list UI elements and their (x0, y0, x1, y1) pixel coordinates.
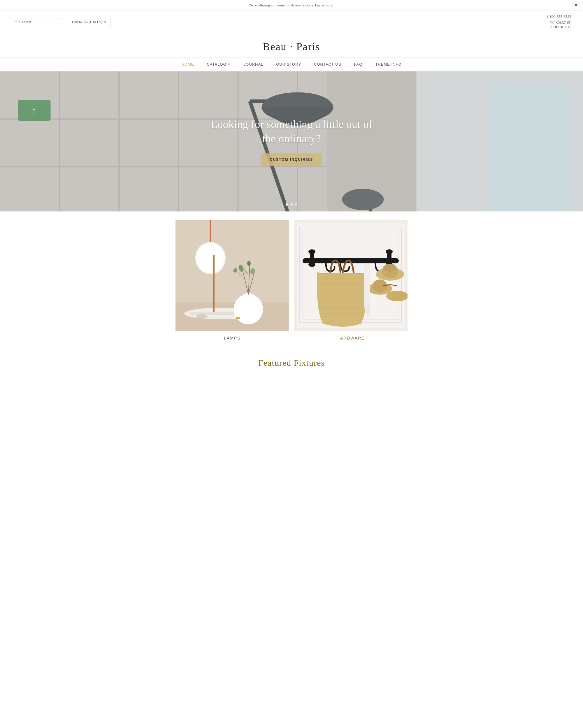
hero-headline: Looking for something a little out of th… (204, 117, 379, 146)
search-box[interactable]: ⚲ (12, 18, 64, 26)
svg-point-78 (384, 264, 396, 272)
nav-item-theme-info[interactable]: THEME INFO (369, 57, 408, 71)
announcement-text: Now offering convenient delivery options… (250, 3, 314, 7)
hardware-label: HARDWARE (294, 336, 408, 340)
lamps-label: LAMPS (175, 336, 289, 340)
catalog-label: CATALOG (207, 62, 226, 67)
phone-number: 1-800-555-5555 (547, 14, 572, 19)
currency-selector[interactable]: CANADA (CAD $) USA (USD $) (67, 18, 110, 26)
lamps-svg (175, 220, 289, 331)
hero-dot-2[interactable] (290, 203, 293, 206)
logo-text-right: Paris (296, 41, 320, 52)
lamps-image (175, 220, 289, 331)
svg-point-55 (196, 314, 207, 319)
checkout-link[interactable]: CHECKOUT (551, 25, 571, 29)
cart-link[interactable]: 🛒 CART (0) (550, 20, 571, 25)
cart-label: CART (0) (556, 20, 571, 25)
svg-point-42 (196, 243, 224, 273)
nav-item-faq[interactable]: FAQ (348, 57, 369, 71)
hero-section: ↑ Looking for something a little out of … (0, 72, 583, 211)
currency-dropdown[interactable]: CANADA (CAD $) USA (USD $) (71, 20, 107, 25)
hero-pagination-dots (286, 203, 297, 206)
product-categories: LAMPS (0, 211, 583, 349)
svg-point-57 (236, 317, 241, 319)
cart-checkout-area: 🛒 CART (0) CHECKOUT (550, 20, 571, 29)
nav-item-catalog[interactable]: CATALOG ▼ (200, 57, 237, 71)
main-navigation: HOME CATALOG ▼ JOURNAL OUR STORY CONTACT… (0, 57, 583, 72)
cart-icon: 🛒 (550, 20, 555, 25)
nav-item-our-story[interactable]: OUR STORY (270, 57, 308, 71)
announcement-bar: Now offering convenient delivery options… (0, 0, 583, 11)
logo-section: Beau · Paris (0, 33, 583, 57)
utility-bar: ⚲ CANADA (CAD $) USA (USD $) 1-800-555-5… (0, 11, 583, 33)
search-icon: ⚲ (15, 20, 18, 24)
svg-rect-36 (175, 220, 289, 302)
hero-dot-1[interactable] (286, 203, 288, 206)
nav-item-journal[interactable]: JOURNAL (237, 57, 270, 71)
search-input[interactable] (19, 20, 61, 24)
hero-dot-3[interactable] (295, 203, 297, 206)
announcement-link[interactable]: Learn more. (315, 3, 333, 7)
svg-point-67 (386, 250, 393, 254)
featured-section: Featured Fixtures (0, 349, 583, 371)
site-logo[interactable]: Beau · Paris (0, 41, 583, 53)
svg-point-65 (308, 262, 315, 267)
svg-point-56 (222, 315, 237, 319)
svg-rect-43 (213, 255, 215, 312)
logo-text-left: Beau (263, 41, 287, 52)
custom-inquiries-button[interactable]: CUSTOM INQUIRIES (261, 153, 322, 166)
announcement-close-button[interactable]: × (575, 3, 577, 8)
nav-item-contact[interactable]: CONTACT US (308, 57, 348, 71)
chevron-down-icon: ▼ (228, 63, 231, 66)
category-card-hardware[interactable]: HARDWARE (294, 220, 408, 340)
featured-title: Featured Fixtures (0, 358, 583, 368)
svg-point-81 (386, 291, 408, 301)
hero-content: Looking for something a little out of th… (204, 117, 379, 166)
svg-point-44 (234, 294, 263, 324)
category-card-lamps[interactable]: LAMPS (175, 220, 289, 340)
hardware-image (294, 220, 408, 331)
svg-point-64 (308, 250, 315, 254)
svg-rect-82 (364, 263, 370, 304)
nav-item-home[interactable]: HOME (175, 57, 200, 71)
logo-separator: · (290, 41, 293, 52)
hardware-svg (294, 220, 408, 331)
